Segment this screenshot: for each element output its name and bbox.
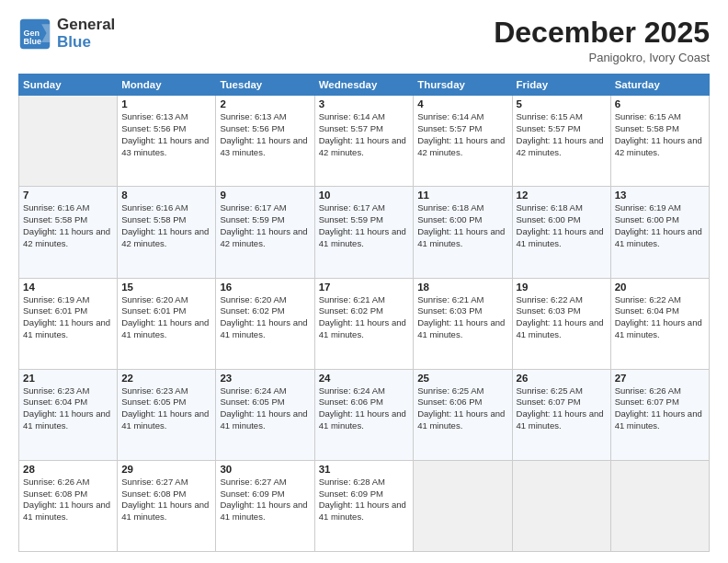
day-info: Sunrise: 6:22 AMSunset: 6:03 PMDaylight:… xyxy=(517,294,607,341)
day-info: Sunrise: 6:25 AMSunset: 6:06 PMDaylight:… xyxy=(417,385,507,432)
day-info: Sunrise: 6:17 AMSunset: 5:59 PMDaylight:… xyxy=(319,202,410,249)
calendar-row: 1Sunrise: 6:13 AMSunset: 5:56 PMDaylight… xyxy=(19,96,710,187)
day-number: 12 xyxy=(517,190,607,201)
col-friday: Friday xyxy=(512,75,610,96)
table-row xyxy=(414,460,512,551)
table-row: 8Sunrise: 6:16 AMSunset: 5:58 PMDaylight… xyxy=(118,187,216,278)
day-number: 31 xyxy=(319,464,410,475)
table-row xyxy=(19,96,118,187)
day-number: 29 xyxy=(121,464,211,475)
table-row: 28Sunrise: 6:26 AMSunset: 6:08 PMDayligh… xyxy=(19,460,118,551)
table-row: 3Sunrise: 6:14 AMSunset: 5:57 PMDaylight… xyxy=(314,96,414,187)
logo-blue: Blue xyxy=(57,34,115,52)
day-info: Sunrise: 6:21 AMSunset: 6:03 PMDaylight:… xyxy=(417,294,507,341)
table-row: 25Sunrise: 6:25 AMSunset: 6:06 PMDayligh… xyxy=(414,369,512,460)
table-row: 31Sunrise: 6:28 AMSunset: 6:09 PMDayligh… xyxy=(314,460,414,551)
col-saturday: Saturday xyxy=(610,75,709,96)
table-row: 17Sunrise: 6:21 AMSunset: 6:02 PMDayligh… xyxy=(314,278,414,369)
table-row: 14Sunrise: 6:19 AMSunset: 6:01 PMDayligh… xyxy=(19,278,118,369)
day-info: Sunrise: 6:25 AMSunset: 6:07 PMDaylight:… xyxy=(517,385,607,432)
day-info: Sunrise: 6:17 AMSunset: 5:59 PMDaylight:… xyxy=(220,202,310,249)
table-row: 12Sunrise: 6:18 AMSunset: 6:00 PMDayligh… xyxy=(512,187,610,278)
table-row: 21Sunrise: 6:23 AMSunset: 6:04 PMDayligh… xyxy=(19,369,118,460)
day-number: 6 xyxy=(615,98,705,109)
day-number: 9 xyxy=(220,190,310,201)
month-title: December 2025 xyxy=(494,17,710,49)
day-info: Sunrise: 6:27 AMSunset: 6:08 PMDaylight:… xyxy=(121,477,211,523)
day-info: Sunrise: 6:24 AMSunset: 6:06 PMDaylight:… xyxy=(319,385,410,432)
day-number: 26 xyxy=(517,373,607,384)
table-row: 5Sunrise: 6:15 AMSunset: 5:57 PMDaylight… xyxy=(512,96,610,187)
title-block: December 2025 Panigokro, Ivory Coast xyxy=(494,17,710,64)
day-number: 13 xyxy=(615,190,705,201)
table-row: 30Sunrise: 6:27 AMSunset: 6:09 PMDayligh… xyxy=(216,460,314,551)
calendar-row: 28Sunrise: 6:26 AMSunset: 6:08 PMDayligh… xyxy=(19,460,710,551)
calendar-row: 7Sunrise: 6:16 AMSunset: 5:58 PMDaylight… xyxy=(19,187,710,278)
table-row: 19Sunrise: 6:22 AMSunset: 6:03 PMDayligh… xyxy=(512,278,610,369)
day-info: Sunrise: 6:13 AMSunset: 5:56 PMDaylight:… xyxy=(121,111,211,158)
logo: Gen Blue General Blue xyxy=(18,17,115,51)
table-row: 1Sunrise: 6:13 AMSunset: 5:56 PMDaylight… xyxy=(118,96,216,187)
day-info: Sunrise: 6:14 AMSunset: 5:57 PMDaylight:… xyxy=(417,111,507,158)
day-number: 20 xyxy=(615,282,705,293)
day-info: Sunrise: 6:16 AMSunset: 5:58 PMDaylight:… xyxy=(121,202,211,249)
day-number: 18 xyxy=(417,282,507,293)
day-info: Sunrise: 6:16 AMSunset: 5:58 PMDaylight:… xyxy=(23,202,113,249)
col-tuesday: Tuesday xyxy=(216,75,314,96)
day-info: Sunrise: 6:26 AMSunset: 6:08 PMDaylight:… xyxy=(23,477,113,523)
day-info: Sunrise: 6:14 AMSunset: 5:57 PMDaylight:… xyxy=(319,111,410,158)
day-info: Sunrise: 6:24 AMSunset: 6:05 PMDaylight:… xyxy=(220,385,310,432)
subtitle: Panigokro, Ivory Coast xyxy=(494,51,710,64)
day-number: 3 xyxy=(319,98,410,109)
day-info: Sunrise: 6:18 AMSunset: 6:00 PMDaylight:… xyxy=(517,202,607,249)
col-thursday: Thursday xyxy=(414,75,512,96)
day-number: 17 xyxy=(319,282,410,293)
table-row: 15Sunrise: 6:20 AMSunset: 6:01 PMDayligh… xyxy=(118,278,216,369)
day-number: 30 xyxy=(220,464,310,475)
day-number: 4 xyxy=(417,98,507,109)
day-number: 1 xyxy=(121,98,211,109)
col-sunday: Sunday xyxy=(19,75,118,96)
calendar-row: 14Sunrise: 6:19 AMSunset: 6:01 PMDayligh… xyxy=(19,278,710,369)
day-info: Sunrise: 6:28 AMSunset: 6:09 PMDaylight:… xyxy=(319,477,410,523)
table-row: 26Sunrise: 6:25 AMSunset: 6:07 PMDayligh… xyxy=(512,369,610,460)
table-row: 23Sunrise: 6:24 AMSunset: 6:05 PMDayligh… xyxy=(216,369,314,460)
day-number: 23 xyxy=(220,373,310,384)
day-number: 27 xyxy=(615,373,705,384)
day-number: 19 xyxy=(517,282,607,293)
day-info: Sunrise: 6:15 AMSunset: 5:57 PMDaylight:… xyxy=(517,111,607,158)
day-info: Sunrise: 6:26 AMSunset: 6:07 PMDaylight:… xyxy=(615,385,705,432)
day-number: 11 xyxy=(417,190,507,201)
table-row: 29Sunrise: 6:27 AMSunset: 6:08 PMDayligh… xyxy=(118,460,216,551)
svg-text:Blue: Blue xyxy=(23,36,41,45)
day-info: Sunrise: 6:23 AMSunset: 6:04 PMDaylight:… xyxy=(23,385,113,432)
col-wednesday: Wednesday xyxy=(314,75,414,96)
day-number: 14 xyxy=(23,282,113,293)
logo-icon: Gen Blue xyxy=(18,17,51,51)
day-info: Sunrise: 6:20 AMSunset: 6:01 PMDaylight:… xyxy=(121,294,211,341)
logo-general: General xyxy=(57,17,115,34)
day-number: 10 xyxy=(319,190,410,201)
calendar-row: 21Sunrise: 6:23 AMSunset: 6:04 PMDayligh… xyxy=(19,369,710,460)
table-row: 24Sunrise: 6:24 AMSunset: 6:06 PMDayligh… xyxy=(314,369,414,460)
table-row xyxy=(610,460,709,551)
day-number: 28 xyxy=(23,464,113,475)
col-monday: Monday xyxy=(118,75,216,96)
header: Gen Blue General Blue December 2025 Pani… xyxy=(18,17,710,64)
table-row: 2Sunrise: 6:13 AMSunset: 5:56 PMDaylight… xyxy=(216,96,314,187)
day-info: Sunrise: 6:19 AMSunset: 6:00 PMDaylight:… xyxy=(615,202,705,249)
day-number: 21 xyxy=(23,373,113,384)
table-row: 20Sunrise: 6:22 AMSunset: 6:04 PMDayligh… xyxy=(610,278,709,369)
table-row: 18Sunrise: 6:21 AMSunset: 6:03 PMDayligh… xyxy=(414,278,512,369)
table-row: 22Sunrise: 6:23 AMSunset: 6:05 PMDayligh… xyxy=(118,369,216,460)
logo-text: General Blue xyxy=(57,17,115,51)
day-number: 5 xyxy=(517,98,607,109)
day-number: 25 xyxy=(417,373,507,384)
table-row xyxy=(512,460,610,551)
table-row: 6Sunrise: 6:15 AMSunset: 5:58 PMDaylight… xyxy=(610,96,709,187)
day-info: Sunrise: 6:13 AMSunset: 5:56 PMDaylight:… xyxy=(220,111,310,158)
day-info: Sunrise: 6:18 AMSunset: 6:00 PMDaylight:… xyxy=(417,202,507,249)
table-row: 27Sunrise: 6:26 AMSunset: 6:07 PMDayligh… xyxy=(610,369,709,460)
day-info: Sunrise: 6:21 AMSunset: 6:02 PMDaylight:… xyxy=(319,294,410,341)
table-row: 7Sunrise: 6:16 AMSunset: 5:58 PMDaylight… xyxy=(19,187,118,278)
